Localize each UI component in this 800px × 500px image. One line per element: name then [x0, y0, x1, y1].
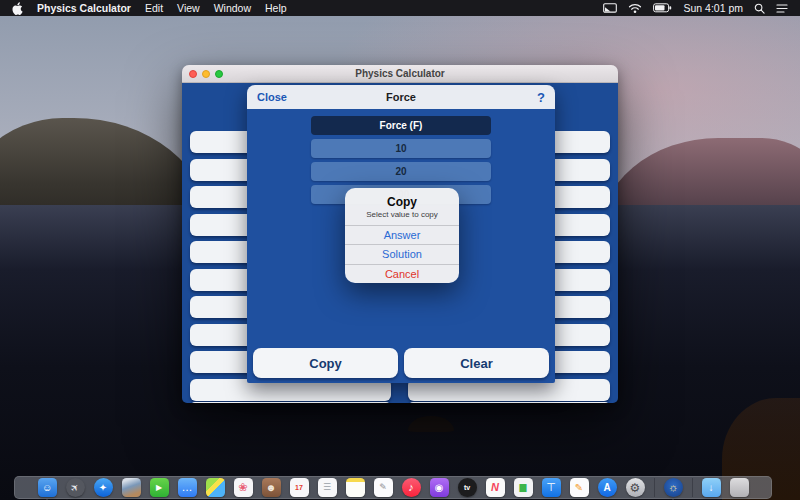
dock-keynote[interactable]: ⊤	[542, 478, 561, 497]
menu-view[interactable]: View	[177, 2, 200, 14]
apple-icon[interactable]	[12, 2, 23, 15]
photos-icon-glyph: ❀	[238, 482, 247, 493]
dock-calendar[interactable]: 17	[290, 478, 309, 497]
pages-icon: ✎	[570, 478, 589, 497]
menu-edit[interactable]: Edit	[145, 2, 163, 14]
zoom-window-button[interactable]	[215, 70, 223, 78]
tv-icon: tv	[458, 478, 477, 497]
notification-center-icon[interactable]	[776, 3, 788, 14]
facetime-icon-glyph: ▶	[156, 484, 162, 492]
dock-news[interactable]: N	[486, 478, 505, 497]
pages-icon-glyph: ✎	[575, 483, 583, 493]
launchpad-icon-glyph: ✈	[68, 481, 81, 494]
finder-icon: ☺	[38, 478, 57, 497]
reminders-icon-glyph: ☰	[323, 483, 331, 492]
sheet-value-row[interactable]: 10	[311, 139, 491, 158]
dock-separator	[654, 478, 655, 497]
dock-numbers[interactable]: ▆	[514, 478, 533, 497]
tv-icon-glyph: tv	[464, 484, 470, 491]
dock-launchpad[interactable]: ✈	[66, 478, 85, 497]
window-controls	[189, 70, 223, 78]
dock-system-preferences[interactable]: ⚙	[626, 478, 645, 497]
dock-separator	[692, 478, 693, 497]
alert-action-cancel[interactable]: Cancel	[345, 265, 459, 283]
contacts-icon: ☻	[262, 478, 281, 497]
dock-appstore[interactable]: A	[598, 478, 617, 497]
minimize-window-button[interactable]	[202, 70, 210, 78]
dock-music[interactable]: ♪	[402, 478, 421, 497]
menu-app-name[interactable]: Physics Calculator	[37, 2, 131, 14]
dock-trash[interactable]	[730, 478, 749, 497]
window-titlebar[interactable]: Physics Calculator	[182, 65, 618, 83]
dock-pages[interactable]: ✎	[570, 478, 589, 497]
desktop: Physics Calculator EditViewWindowHelp Su…	[0, 0, 800, 500]
dock-physics-calculator[interactable]: ☼	[664, 478, 683, 497]
dock-notes[interactable]	[346, 478, 365, 497]
sheet-title: Force	[247, 91, 555, 103]
menu-window[interactable]: Window	[214, 2, 251, 14]
copy-button[interactable]: Copy	[253, 348, 398, 378]
numbers-icon-glyph: ▆	[520, 483, 527, 492]
notes-icon	[346, 478, 365, 497]
background-bottom-button[interactable]	[190, 402, 391, 403]
dock-contacts[interactable]: ☻	[262, 478, 281, 497]
keynote-icon-glyph: ⊤	[546, 482, 556, 493]
news-icon: N	[486, 478, 505, 497]
safari-icon-glyph: ✦	[99, 483, 107, 493]
maps-icon	[206, 478, 225, 497]
sheet-value-row[interactable]: 20	[311, 162, 491, 181]
field-header[interactable]: Force (F)	[311, 116, 491, 135]
alert-title: Copy	[345, 188, 459, 209]
menu-help[interactable]: Help	[265, 2, 287, 14]
dock-tv[interactable]: tv	[458, 478, 477, 497]
photos-icon: ❀	[234, 478, 253, 497]
dock-podcasts[interactable]: ◉	[430, 478, 449, 497]
dock-reminders[interactable]: ☰	[318, 478, 337, 497]
dock-safari[interactable]: ✦	[94, 478, 113, 497]
background-bottom-button[interactable]	[408, 402, 610, 403]
alert-actions: AnswerSolutionCancel	[345, 225, 459, 283]
dock-messages[interactable]: …	[178, 478, 197, 497]
textedit-icon: ✎	[374, 478, 393, 497]
calendar-icon-glyph: 17	[295, 484, 303, 491]
dock-finder[interactable]: ☺	[38, 478, 57, 497]
downloads-icon-glyph: ↓	[709, 483, 714, 493]
dock-downloads[interactable]: ↓	[702, 478, 721, 497]
menu-bar: Physics Calculator EditViewWindowHelp Su…	[0, 0, 800, 16]
alert-message: Select value to copy	[345, 209, 459, 219]
copy-alert: Copy Select value to copy AnswerSolution…	[345, 188, 459, 283]
wifi-icon[interactable]	[628, 3, 642, 14]
music-icon-glyph: ♪	[408, 482, 414, 493]
physics-calculator-icon-glyph: ☼	[668, 482, 678, 493]
battery-icon[interactable]	[653, 3, 672, 13]
messages-icon-glyph: …	[182, 482, 193, 493]
music-icon: ♪	[402, 478, 421, 497]
dock-maps[interactable]	[206, 478, 225, 497]
numbers-icon: ▆	[514, 478, 533, 497]
appstore-icon: A	[598, 478, 617, 497]
launchpad-icon: ✈	[66, 478, 85, 497]
safari-icon: ✦	[94, 478, 113, 497]
sheet-header: Close Force ?	[247, 85, 555, 109]
dock-facetime[interactable]: ▶	[150, 478, 169, 497]
close-window-button[interactable]	[189, 70, 197, 78]
dock-textedit[interactable]: ✎	[374, 478, 393, 497]
alert-action-solution[interactable]: Solution	[345, 245, 459, 263]
news-icon-glyph: N	[491, 482, 499, 493]
menu-clock[interactable]: Sun 4:01 pm	[683, 2, 743, 14]
textedit-icon-glyph: ✎	[379, 483, 387, 492]
help-button[interactable]: ?	[537, 90, 545, 105]
podcasts-icon: ◉	[430, 478, 449, 497]
appstore-icon-glyph: A	[603, 483, 610, 493]
physics-calculator-icon: ☼	[664, 478, 683, 497]
display-icon[interactable]	[603, 3, 617, 14]
alert-action-answer[interactable]: Answer	[345, 226, 459, 244]
dock-preview[interactable]	[122, 478, 141, 497]
clear-button[interactable]: Clear	[404, 348, 549, 378]
facetime-icon: ▶	[150, 478, 169, 497]
close-button[interactable]: Close	[257, 91, 287, 103]
preview-icon	[122, 478, 141, 497]
dock-photos[interactable]: ❀	[234, 478, 253, 497]
spotlight-icon[interactable]	[754, 3, 765, 14]
menu-items: EditViewWindowHelp	[145, 2, 287, 14]
